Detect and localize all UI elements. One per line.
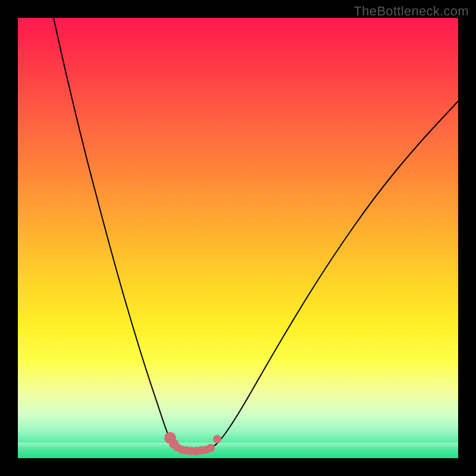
watermark-text: TheBottleneck.com [354,4,469,19]
valley-marker-point [213,435,221,443]
curve-right-branch [212,101,458,447]
valley-markers [164,432,221,455]
curve-left-branch [54,18,181,447]
valley-marker-point [206,444,215,452]
plot-area [18,18,458,458]
frame: TheBottleneck.com [0,0,476,476]
chart-svg [18,18,458,458]
